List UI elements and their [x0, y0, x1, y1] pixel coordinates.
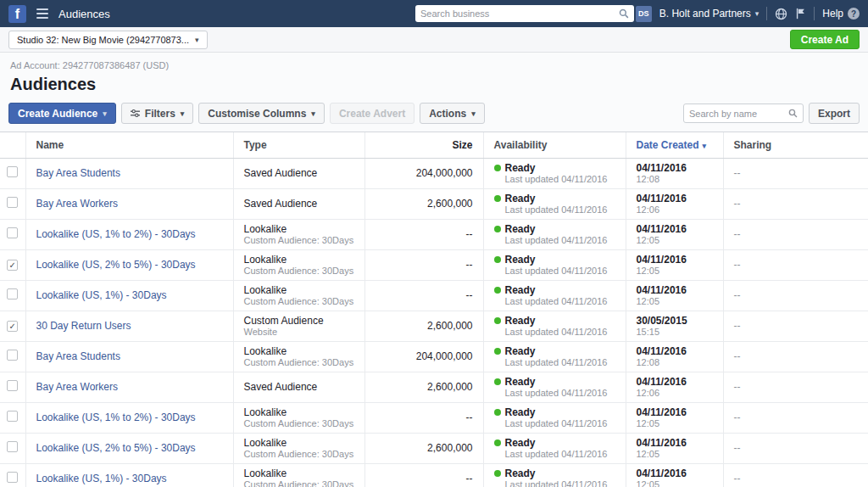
time-created: 12:05: [637, 235, 713, 246]
row-checkbox[interactable]: ✓: [7, 321, 18, 332]
create-ad-button[interactable]: Create Ad: [790, 30, 860, 49]
actions-button[interactable]: Actions ▾: [420, 103, 485, 124]
audience-type-sub: Website: [244, 327, 354, 338]
type-cell: LookalikeCustom Audience: 30Days: [233, 280, 364, 311]
search-icon[interactable]: [788, 109, 798, 118]
date-created: 30/05/2015: [637, 315, 713, 327]
availability-status: Ready: [505, 193, 536, 204]
row-checkbox[interactable]: [7, 288, 18, 299]
date-created: 04/11/2016: [637, 467, 713, 479]
availability-sub: Last updated 04/11/2016: [505, 449, 615, 460]
table-row: Lookalike (US, 1% to 2%) - 30DaysLookali…: [0, 402, 868, 433]
name-cell: Lookalike (US, 1% to 2%) - 30Days: [25, 219, 233, 249]
type-cell: LookalikeCustom Audience: 30Days: [233, 219, 364, 249]
campaign-selector-dropdown[interactable]: Studio 32: New Big Movie (2942770873... …: [8, 31, 208, 49]
audience-name-link[interactable]: 30 Day Return Users: [36, 320, 131, 332]
audience-name-link[interactable]: Lookalike (US, 1% to 2%) - 30Days: [36, 228, 196, 240]
sharing-cell: --: [723, 188, 868, 219]
type-cell: LookalikeCustom Audience: 30Days: [233, 433, 364, 463]
type-cell: Saved Audience: [233, 158, 364, 188]
audience-type: Custom Audience: [244, 315, 354, 327]
availability-status: Ready: [505, 315, 536, 327]
audience-name-link[interactable]: Lookalike (US, 1% to 2%) - 30Days: [36, 411, 196, 423]
search-icon[interactable]: [619, 8, 629, 19]
row-checkbox[interactable]: [7, 350, 18, 361]
checkbox-cell: [0, 433, 25, 463]
sharing-cell: --: [723, 311, 868, 341]
row-checkbox[interactable]: [7, 380, 18, 391]
audience-name-link[interactable]: Lookalike (US, 2% to 5%) - 30Days: [36, 442, 196, 454]
campaign-selector-label: Studio 32: New Big Movie (2942770873...: [17, 35, 189, 45]
customise-columns-button[interactable]: Customise Columns ▾: [198, 103, 325, 124]
column-header-availability[interactable]: Availability: [483, 132, 626, 158]
size-cell: --: [364, 402, 483, 433]
type-cell: LookalikeCustom Audience: 30Days: [233, 341, 364, 372]
topbar-divider: [814, 7, 815, 20]
row-checkbox[interactable]: [7, 472, 18, 483]
row-checkbox[interactable]: [7, 166, 18, 177]
audience-name-link[interactable]: Bay Area Workers: [36, 198, 118, 210]
filters-label: Filters: [145, 108, 175, 120]
sharing-cell: --: [723, 402, 868, 433]
business-search-input[interactable]: [420, 8, 619, 19]
account-menu[interactable]: B. Holt and Partners ▾: [659, 8, 760, 20]
actions-toolbar: Create Audience ▾ Filters ▾ Customise Co…: [0, 94, 868, 132]
name-search-input[interactable]: [689, 109, 788, 119]
audience-type: Saved Audience: [244, 381, 354, 393]
ready-status-dot: [494, 348, 501, 355]
column-header-sharing[interactable]: Sharing: [723, 132, 868, 158]
date-created-cell: 04/11/201612:05: [626, 463, 723, 487]
availability-sub: Last updated 04/11/2016: [505, 266, 615, 277]
availability-sub: Last updated 04/11/2016: [505, 418, 615, 429]
size-cell: --: [364, 280, 483, 311]
audience-name-link[interactable]: Bay Area Students: [36, 350, 120, 362]
availability-status: Ready: [505, 406, 536, 418]
chevron-down-icon: ▾: [103, 109, 107, 118]
size-cell: 2,600,000: [364, 188, 483, 219]
audience-name-link[interactable]: Lookalike (US, 1%) - 30Days: [36, 289, 167, 301]
availability-cell: ReadyLast updated 04/11/2016: [483, 341, 626, 372]
audience-name-link[interactable]: Bay Area Students: [36, 167, 120, 179]
column-header-type[interactable]: Type: [233, 132, 364, 158]
audience-type: Lookalike: [244, 467, 354, 479]
row-checkbox[interactable]: [7, 227, 18, 238]
date-created: 04/11/2016: [637, 437, 713, 449]
menu-icon[interactable]: [34, 6, 51, 21]
sharing-cell: --: [723, 219, 868, 249]
topbar-divider: [766, 7, 767, 20]
size-cell: --: [364, 219, 483, 249]
time-created: 12:06: [637, 388, 713, 399]
create-audience-button[interactable]: Create Audience ▾: [8, 103, 116, 124]
name-cell: Lookalike (US, 2% to 5%) - 30Days: [25, 249, 233, 280]
facebook-logo[interactable]: f: [8, 5, 26, 23]
availability-status: Ready: [505, 345, 536, 357]
filters-button[interactable]: Filters ▾: [121, 103, 194, 124]
date-created-cell: 30/05/201515:15: [626, 311, 723, 341]
row-checkbox[interactable]: [7, 441, 18, 452]
row-checkbox[interactable]: [7, 197, 18, 208]
export-button[interactable]: Export: [809, 103, 860, 124]
row-checkbox[interactable]: ✓: [7, 260, 18, 271]
availability-cell: ReadyLast updated 04/11/2016: [483, 311, 626, 341]
time-created: 12:08: [637, 357, 713, 368]
actions-label: Actions: [429, 108, 466, 120]
audience-type-sub: Custom Audience: 30Days: [244, 479, 354, 487]
column-header-size[interactable]: Size: [364, 132, 483, 158]
globe-icon[interactable]: [775, 8, 787, 20]
audience-name-link[interactable]: Lookalike (US, 2% to 5%) - 30Days: [36, 259, 196, 271]
row-checkbox[interactable]: [7, 411, 18, 422]
column-header-name[interactable]: Name: [25, 132, 233, 158]
time-created: 12:05: [637, 449, 713, 460]
audience-type-sub: Custom Audience: 30Days: [244, 418, 354, 429]
availability-cell: ReadyLast updated 04/11/2016: [483, 463, 626, 487]
audience-table-body: Bay Area StudentsSaved Audience204,000,0…: [0, 158, 868, 487]
table-row: Bay Area WorkersSaved Audience2,600,000R…: [0, 372, 868, 402]
flag-icon[interactable]: [795, 8, 806, 20]
availability-sub: Last updated 04/11/2016: [505, 357, 615, 368]
audience-name-link[interactable]: Bay Area Workers: [36, 381, 118, 393]
toolbar-right-group: Export: [683, 103, 860, 124]
help-menu[interactable]: Help ?: [822, 8, 860, 20]
audience-name-link[interactable]: Lookalike (US, 1%) - 30Days: [36, 473, 167, 484]
column-header-date-created[interactable]: Date Created▾: [626, 132, 723, 158]
availability-sub: Last updated 04/11/2016: [505, 204, 615, 216]
